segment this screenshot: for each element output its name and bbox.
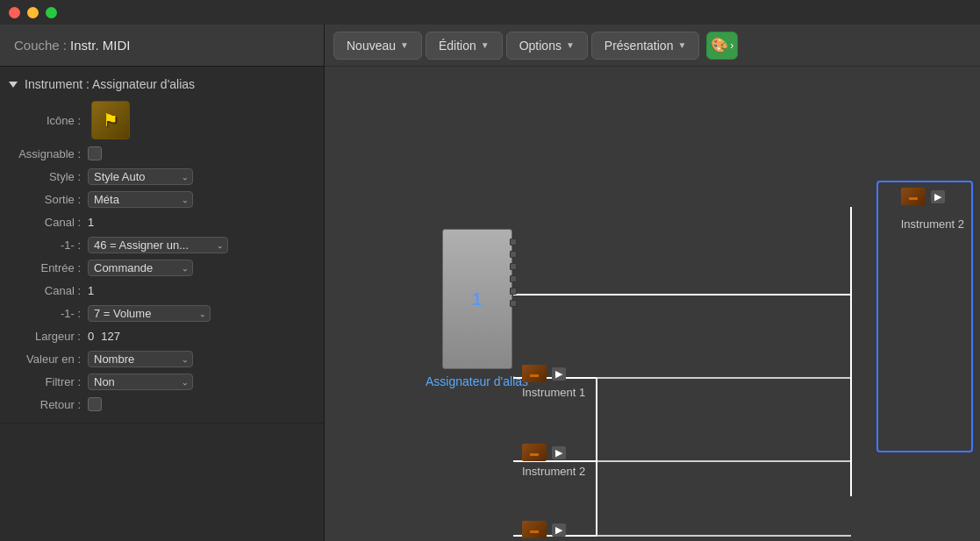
style-label: Style : (0, 170, 88, 183)
valeur-select[interactable]: Nombre (88, 351, 193, 367)
port-5 (510, 288, 517, 295)
minus1-select-wrapper2: 7 = Volume (88, 305, 211, 322)
instrument1-label: Instrument 1 (522, 386, 585, 399)
sortie-label: Sortie : (0, 193, 88, 206)
instrument2-top-icon-glyph: ▬ (909, 192, 918, 202)
collapse-arrow-icon[interactable] (9, 82, 18, 88)
sortie-row: Sortie : Méta (0, 188, 324, 210)
instrument2-top-play[interactable]: ▶ (931, 190, 945, 203)
minus1-row1: -1- : 46 = Assigner un... (0, 233, 324, 256)
couche-label: Couche : (14, 38, 67, 53)
minus1-select1[interactable]: 46 = Assigner un... (88, 237, 228, 253)
instrument2-top-label-container: Instrument 2 (901, 214, 964, 231)
options-label: Options (519, 39, 562, 53)
largeur-value1: 0 (88, 330, 94, 343)
assignateur-label: Assignateur d'alias (426, 374, 528, 388)
instrument-icon: ⚑ (103, 110, 118, 131)
port-1 (510, 238, 517, 246)
expand-icon: › (730, 39, 733, 52)
canal1-value: 1 (88, 216, 94, 229)
presentation-label: Présentation (604, 39, 674, 53)
instrument-title: Instrument : Assignateur d'alias (25, 77, 195, 91)
instrument1-play[interactable]: ▶ (552, 367, 566, 381)
instrument2-top-icon: ▬ (901, 188, 926, 205)
filtrer-select-wrapper: Non (88, 374, 193, 390)
filtrer-row: Filtrer : Non (0, 370, 324, 393)
nouveau-label: Nouveau (347, 39, 396, 53)
valeur-select-wrapper: Nombre (88, 351, 193, 367)
instrument3-node[interactable]: ▬ ▶ Instrument 3 (522, 521, 585, 541)
icon-box[interactable]: ⚑ (91, 101, 130, 139)
options-button[interactable]: Options ▼ (506, 32, 588, 60)
maximize-button[interactable] (46, 7, 57, 18)
port-3 (510, 263, 517, 270)
entree-select[interactable]: Commande (88, 260, 193, 276)
assignable-row: Assignable : (0, 142, 324, 165)
nouveau-chevron-icon: ▼ (400, 40, 409, 50)
minus1-select2[interactable]: 7 = Volume (88, 305, 211, 322)
presentation-chevron-icon: ▼ (677, 40, 686, 50)
instrument3-icon: ▬ (522, 521, 547, 538)
toolbar: Nouveau ▼ Édition ▼ Options ▼ Présentati… (325, 25, 980, 67)
assignateur-body: 1 (442, 229, 512, 369)
instrument-section: Instrument : Assignateur d'alias Icône :… (0, 67, 324, 424)
minimize-button[interactable] (27, 7, 39, 18)
sidebar-header: Couche : Instr. MIDI (0, 25, 324, 67)
canal2-row: Canal : 1 (0, 279, 324, 302)
section-title: Instrument : Assignateur d'alias (0, 74, 324, 98)
style-select-wrapper: Style Auto (88, 168, 193, 185)
canal1-label: Canal : (0, 216, 88, 229)
valeur-row: Valeur en : Nombre (0, 347, 324, 370)
title-bar (0, 0, 980, 25)
assignable-checkbox[interactable] (88, 146, 102, 160)
port-4 (510, 275, 517, 282)
largeur-row: Largeur : 0 127 (0, 324, 324, 347)
port-6 (510, 300, 517, 307)
canvas-area: 1 Assignateur d'alias ▬ ▶ Instrument 1 (325, 67, 980, 541)
port-strip (510, 238, 519, 307)
edition-label: Édition (439, 39, 476, 53)
presentation-button[interactable]: Présentation ▼ (591, 32, 700, 60)
nouveau-button[interactable]: Nouveau ▼ (333, 32, 422, 60)
paint-button[interactable]: 🎨 › (706, 32, 738, 60)
filtrer-label: Filtrer : (0, 375, 88, 388)
connections-svg (325, 67, 980, 541)
instrument2-top-node[interactable]: ▬ ▶ (901, 188, 945, 205)
close-button[interactable] (9, 7, 20, 18)
retour-row: Retour : (0, 393, 324, 416)
instrument2-mid-icon: ▬ (522, 444, 547, 461)
sidebar: Couche : Instr. MIDI Instrument : Assign… (0, 25, 325, 541)
couche-value: Instr. MIDI (70, 38, 130, 53)
canal2-label: Canal : (0, 284, 88, 297)
icon-row: Icône : ⚑ (0, 98, 324, 142)
instrument2-mid-icon-glyph: ▬ (530, 448, 539, 458)
instrument2-mid-node[interactable]: ▬ ▶ Instrument 2 (522, 444, 585, 478)
assignable-label: Assignable : (0, 147, 88, 160)
style-select[interactable]: Style Auto (88, 168, 193, 185)
entree-select-wrapper: Commande (88, 260, 193, 276)
style-row: Style : Style Auto (0, 165, 324, 188)
assignateur-number: 1 (472, 289, 482, 310)
sortie-select[interactable]: Méta (88, 191, 193, 208)
entree-label: Entrée : (0, 261, 88, 274)
minus1-label1: -1- : (0, 238, 88, 252)
instrument1-icon-glyph: ▬ (530, 369, 539, 379)
filtrer-select[interactable]: Non (88, 374, 193, 390)
valeur-label: Valeur en : (0, 352, 88, 366)
retour-label: Retour : (0, 398, 88, 411)
instrument2-mid-play[interactable]: ▶ (552, 446, 566, 459)
instrument3-icon-glyph: ▬ (530, 525, 539, 535)
options-chevron-icon: ▼ (566, 40, 575, 50)
retour-checkbox[interactable] (88, 397, 102, 411)
assignateur-block[interactable]: 1 Assignateur d'alias (426, 229, 528, 388)
instrument3-play[interactable]: ▶ (552, 523, 566, 537)
sortie-select-wrapper: Méta (88, 191, 193, 208)
edition-button[interactable]: Édition ▼ (426, 32, 503, 60)
minus1-label2: -1- : (0, 307, 88, 320)
edition-chevron-icon: ▼ (481, 40, 490, 50)
right-panel: Nouveau ▼ Édition ▼ Options ▼ Présentati… (325, 25, 980, 541)
entree-row: Entrée : Commande (0, 256, 324, 279)
largeur-label: Largeur : (0, 330, 88, 343)
instrument2-top-label: Instrument 2 (901, 217, 964, 231)
instrument1-node[interactable]: ▬ ▶ Instrument 1 (522, 365, 585, 399)
